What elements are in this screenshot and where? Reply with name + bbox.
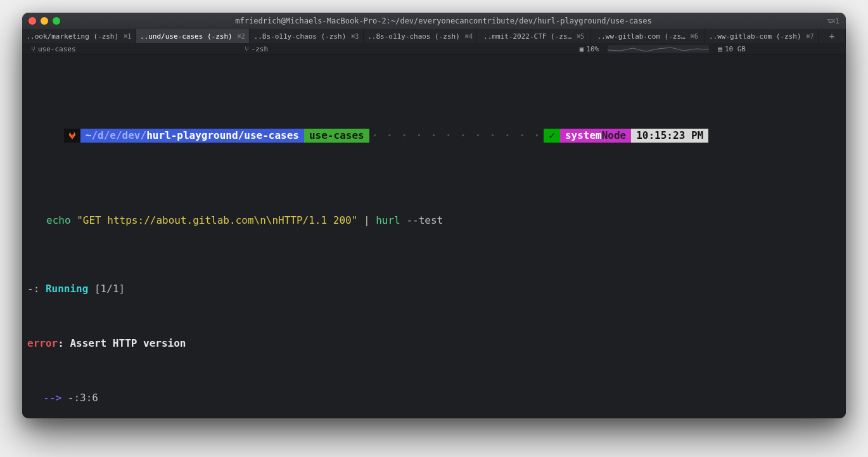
status-process: ⑂ -zsh xyxy=(239,45,274,53)
tab-3[interactable]: ..8s-o11y-chaos (-zsh)⌘3 xyxy=(250,29,364,43)
status-bar: ⑂ use-cases ⑂ -zsh ▣ 10% ▤ 10 GB xyxy=(22,43,846,55)
prompt-time: 10:15:23 PM xyxy=(631,129,708,143)
branch-icon: ⑂ xyxy=(31,45,35,53)
traffic-lights xyxy=(29,17,60,25)
tab-label: ..mmit-2022-CTF (-zs… xyxy=(483,32,571,41)
tab-shortcut: ⌘4 xyxy=(465,33,473,40)
output-error-header: error: Assert HTTP version xyxy=(27,337,841,351)
prompt-node: system Node xyxy=(560,129,631,143)
titlebar[interactable]: mfriedrich@Michaels-MacBook-Pro-2:~/dev/… xyxy=(22,13,846,29)
tab-label: ..ww-gitlab-com (-zsh) xyxy=(709,32,801,41)
tab-4[interactable]: ..8s-o11y-chaos (-zsh)⌘4 xyxy=(364,29,478,43)
terminal-body[interactable]: ~/d/e/dev/hurl-playground/use-cases use-… xyxy=(22,55,846,418)
tab-5[interactable]: ..mmit-2022-CTF (-zs…⌘5 xyxy=(477,29,591,43)
tab-label: ..8s-o11y-chaos (-zsh) xyxy=(367,32,460,41)
memory-icon: ▤ xyxy=(718,45,722,53)
tab-6[interactable]: ..ww-gitlab-com (-zs…⌘6 xyxy=(591,29,705,43)
status-cwd: ⑂ use-cases xyxy=(26,45,81,53)
prompt-path: ~/d/e/dev/hurl-playground/use-cases xyxy=(80,129,304,143)
terminal-window: mfriedrich@Michaels-MacBook-Pro-2:~/dev/… xyxy=(22,13,846,418)
status-cwd-text: use-cases xyxy=(38,45,76,53)
titlebar-hint: ⌥⌘1 xyxy=(827,17,839,25)
tab-1[interactable]: ..ook/marketing (-zsh)⌘1 xyxy=(22,29,136,43)
tab-shortcut: ⌘2 xyxy=(238,33,245,40)
tab-2[interactable]: ..und/use-cases (-zsh)⌘2 xyxy=(136,29,250,43)
prompt-dots: · · · · · · · · · · · · xyxy=(369,129,544,143)
status-process-text: -zsh xyxy=(252,45,269,53)
output-error-loc: --> -:3:6 xyxy=(27,391,841,405)
tab-7[interactable]: ..ww-gitlab-com (-zsh)⌘7 xyxy=(705,29,819,43)
output-running: -: Running [1/1] xyxy=(27,282,841,296)
tab-shortcut: ⌘3 xyxy=(351,33,359,40)
prompt-status-ok: ✓ xyxy=(544,129,560,143)
window-title: mfriedrich@Michaels-MacBook-Pro-2:~/dev/… xyxy=(72,16,815,25)
tab-shortcut: ⌘1 xyxy=(124,33,131,40)
status-mem-text: 10 GB xyxy=(725,45,746,53)
command-line: echo "GET https://about.gitlab.com\n\nHT… xyxy=(46,214,841,228)
tab-shortcut: ⌘5 xyxy=(577,33,584,40)
minimize-icon[interactable] xyxy=(41,17,48,25)
tab-add-button[interactable]: + xyxy=(819,29,846,43)
process-icon: ⑂ xyxy=(245,45,249,53)
cpu-sparkline xyxy=(608,45,709,53)
cpu-icon: ▣ xyxy=(580,45,584,53)
prompt-line-1: ~/d/e/dev/hurl-playground/use-cases use-… xyxy=(64,129,708,143)
tab-shortcut: ⌘6 xyxy=(691,33,698,40)
zoom-icon[interactable] xyxy=(53,17,60,25)
prompt-branch: use-cases xyxy=(304,129,369,143)
tab-label: ..ww-gitlab-com (-zs… xyxy=(597,32,686,41)
status-cpu-text: 10% xyxy=(586,45,599,53)
tab-label: ..und/use-cases (-zsh) xyxy=(140,32,233,41)
close-icon[interactable] xyxy=(29,17,36,25)
status-mem: ▤ 10 GB xyxy=(713,45,751,53)
tab-label: ..8s-o11y-chaos (-zsh) xyxy=(254,32,347,41)
tab-shortcut: ⌘7 xyxy=(807,33,814,40)
status-cpu: ▣ 10% xyxy=(575,45,604,53)
tab-bar: ..ook/marketing (-zsh)⌘1..und/use-cases … xyxy=(22,29,846,43)
gitlab-icon xyxy=(64,129,80,143)
tab-label: ..ook/marketing (-zsh) xyxy=(26,32,118,41)
